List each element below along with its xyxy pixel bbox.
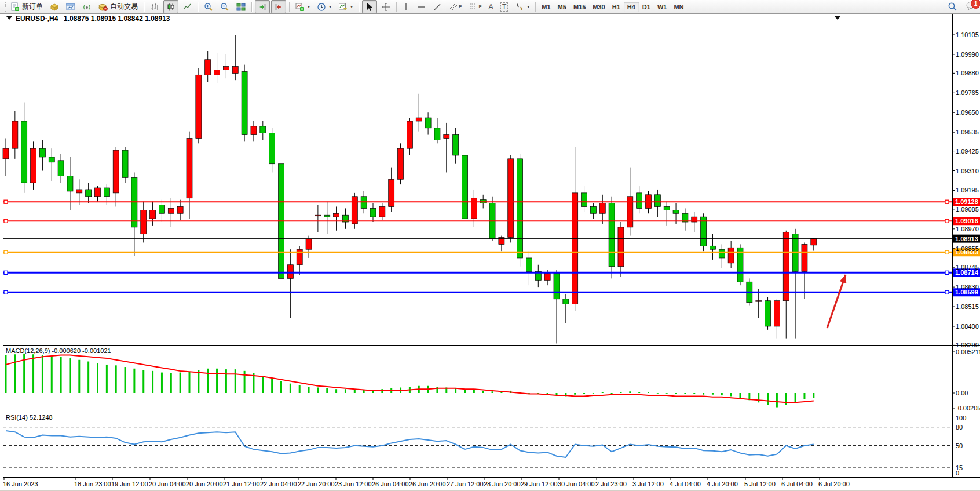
candle[interactable]: [637, 193, 642, 209]
candle[interactable]: [39, 148, 45, 157]
candle[interactable]: [287, 265, 293, 279]
toolbar-grip[interactable]: [2, 2, 6, 12]
candle[interactable]: [544, 274, 550, 281]
templates-button[interactable]: ▾: [335, 0, 356, 13]
bar-chart-mode-button[interactable]: [147, 0, 162, 13]
market-watch-button[interactable]: [47, 0, 62, 13]
candle[interactable]: [159, 205, 164, 214]
auto-trading-button[interactable]: 自动交易: [96, 0, 141, 13]
candle[interactable]: [379, 206, 385, 217]
candle[interactable]: [58, 161, 64, 176]
candle[interactable]: [324, 215, 330, 217]
candle[interactable]: [462, 155, 468, 219]
candle[interactable]: [21, 121, 27, 183]
candle[interactable]: [187, 138, 192, 198]
candle[interactable]: [168, 208, 174, 213]
cursor-tool-button[interactable]: [362, 0, 377, 13]
candle[interactable]: [31, 148, 36, 183]
candle[interactable]: [3, 148, 9, 159]
timeframe-m15-button[interactable]: M15: [570, 2, 589, 12]
line-handle[interactable]: [945, 271, 949, 274]
line-handle[interactable]: [945, 290, 949, 294]
candle[interactable]: [572, 193, 578, 304]
candle[interactable]: [471, 198, 477, 219]
crosshair-tool-button[interactable]: [378, 0, 393, 13]
timeframe-mn-button[interactable]: MN: [670, 2, 687, 12]
price-axis[interactable]: 1.101051.099901.098801.097651.096501.095…: [952, 31, 979, 348]
candle[interactable]: [49, 157, 54, 162]
horizontal-line-tool-button[interactable]: [414, 0, 429, 13]
candle[interactable]: [590, 206, 596, 213]
candle[interactable]: [728, 248, 734, 263]
line-handle[interactable]: [945, 200, 949, 203]
candle[interactable]: [334, 213, 339, 217]
candle[interactable]: [664, 206, 670, 210]
candle[interactable]: [122, 150, 128, 177]
line-handle[interactable]: [4, 271, 8, 274]
text-label-tool-button[interactable]: T: [498, 0, 511, 13]
line-handle[interactable]: [4, 290, 8, 294]
candle[interactable]: [398, 148, 404, 179]
candle[interactable]: [774, 301, 780, 326]
candle[interactable]: [232, 67, 238, 74]
periods-button[interactable]: ▾: [314, 0, 334, 13]
candle[interactable]: [563, 299, 569, 304]
candle[interactable]: [150, 210, 156, 219]
candle[interactable]: [214, 70, 220, 75]
candle[interactable]: [242, 71, 247, 134]
arrows-tool-button[interactable]: ▾: [512, 0, 532, 13]
candle[interactable]: [517, 159, 523, 258]
candle[interactable]: [315, 215, 321, 216]
timeframe-h1-button[interactable]: H1: [609, 2, 624, 12]
candle[interactable]: [582, 193, 587, 207]
candle[interactable]: [370, 208, 376, 217]
candle[interactable]: [618, 227, 624, 267]
line-handle[interactable]: [945, 250, 949, 254]
timeframe-d1-button[interactable]: D1: [639, 2, 654, 12]
timeframe-m1-button[interactable]: M1: [538, 2, 554, 12]
tile-windows-button[interactable]: [233, 0, 248, 13]
trendline-tool-button[interactable]: [430, 0, 445, 13]
candle[interactable]: [260, 126, 266, 133]
timeframe-h4-button[interactable]: H4: [624, 2, 639, 12]
candle[interactable]: [389, 179, 394, 206]
candle[interactable]: [269, 133, 275, 164]
hline-object[interactable]: 1.08714: [3, 268, 980, 277]
candle[interactable]: [416, 118, 422, 121]
drawn-arrow-object[interactable]: [827, 275, 846, 328]
candle[interactable]: [599, 203, 605, 214]
candle[interactable]: [673, 210, 679, 213]
candle[interactable]: [811, 239, 817, 245]
text-tool-button[interactable]: A: [485, 0, 496, 13]
candle[interactable]: [453, 135, 459, 155]
line-handle[interactable]: [4, 200, 8, 203]
charts-button[interactable]: [63, 0, 78, 13]
auto-scroll-button[interactable]: [255, 0, 270, 13]
zoom-out-button[interactable]: [217, 0, 232, 13]
candle[interactable]: [719, 249, 725, 258]
candle[interactable]: [67, 176, 73, 191]
candle[interactable]: [12, 121, 18, 148]
candle[interactable]: [251, 126, 257, 135]
hline-object[interactable]: 1.08833: [3, 248, 980, 256]
candle[interactable]: [508, 159, 514, 238]
candle[interactable]: [756, 301, 762, 301]
candle[interactable]: [76, 190, 82, 193]
candle[interactable]: [205, 60, 211, 75]
signals-button[interactable]: [79, 0, 94, 13]
candle[interactable]: [765, 301, 771, 326]
candle[interactable]: [306, 239, 312, 250]
fibonacci-tool-button[interactable]: F: [466, 0, 484, 13]
candle[interactable]: [627, 197, 633, 227]
candle[interactable]: [113, 150, 119, 193]
timeframe-m30-button[interactable]: M30: [589, 2, 608, 12]
line-chart-mode-button[interactable]: [180, 0, 195, 13]
line-handle[interactable]: [4, 250, 8, 254]
time-axis[interactable]: 16 Jun 202318 Jun 23:0019 Jun 12:0020 Ju…: [3, 477, 850, 488]
candle[interactable]: [196, 75, 202, 138]
candle[interactable]: [95, 188, 101, 197]
candle[interactable]: [177, 206, 183, 213]
candle[interactable]: [526, 258, 532, 272]
equidistant-channel-tool-button[interactable]: E: [446, 0, 465, 13]
candle[interactable]: [104, 188, 109, 197]
